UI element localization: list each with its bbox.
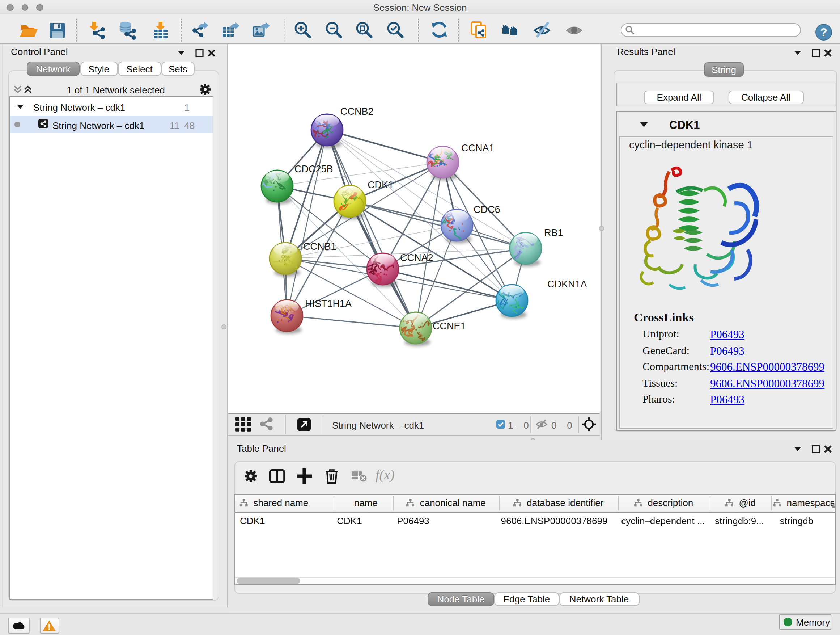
svg-text:CCNB2: CCNB2 xyxy=(340,106,374,117)
svg-text:HIST1H1A: HIST1H1A xyxy=(305,298,352,309)
svg-text:CCNE1: CCNE1 xyxy=(433,320,466,331)
svg-text:CDK1: CDK1 xyxy=(368,179,393,190)
svg-text:CCNA2: CCNA2 xyxy=(400,252,433,263)
svg-text:RB1: RB1 xyxy=(544,227,563,238)
svg-text:CDKN1A: CDKN1A xyxy=(547,279,587,289)
svg-text:CCNB1: CCNB1 xyxy=(303,241,336,252)
svg-text:CDC25B: CDC25B xyxy=(294,163,333,174)
svg-text:CCNA1: CCNA1 xyxy=(461,142,494,153)
svg-text:CDC6: CDC6 xyxy=(474,204,500,215)
